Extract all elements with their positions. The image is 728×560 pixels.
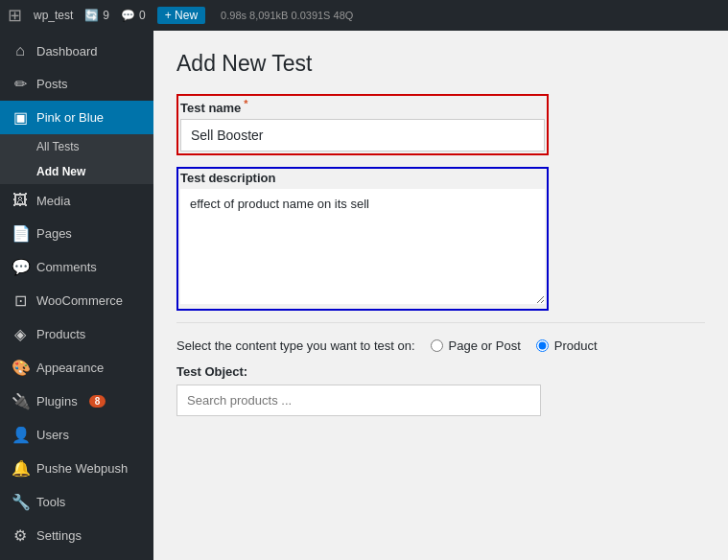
sidebar-item-add-new[interactable]: Add New (0, 159, 153, 184)
sidebar-label-media: Media (36, 194, 70, 208)
sidebar-label-posts: Posts (36, 77, 68, 91)
test-description-wrapper: Test description effect of product name … (176, 167, 549, 311)
sidebar-label-pages: Pages (36, 226, 72, 241)
page-title: Add New Test (176, 50, 705, 79)
sidebar-submenu: All Tests Add New (0, 134, 153, 184)
tools-icon: 🔧 (12, 493, 29, 511)
sidebar-label-users: Users (36, 428, 69, 442)
test-name-group: Test name * (176, 94, 705, 155)
plugins-icon: 🔌 (12, 392, 29, 410)
sidebar-item-dashboard[interactable]: ⌂ Dashboard (0, 35, 153, 67)
sidebar-item-products[interactable]: ◈ Products (0, 317, 153, 351)
sidebar-item-posts[interactable]: ✏ Posts (0, 67, 153, 101)
sidebar-item-plugins[interactable]: 🔌 Plugins 8 (0, 385, 153, 418)
sidebar-label-pink-or-blue: Pink or Blue (36, 110, 104, 125)
sidebar-label-appearance: Appearance (36, 361, 104, 375)
posts-icon: ✏ (12, 75, 29, 93)
sidebar-item-comments[interactable]: 💬 Comments (0, 250, 153, 284)
sidebar-label-settings: Settings (36, 528, 82, 543)
sidebar-label-woocommerce: WooCommerce (36, 293, 123, 308)
test-name-wrapper: Test name * (176, 94, 549, 155)
comments-link[interactable]: 💬 0 (121, 9, 146, 22)
settings-icon: ⚙ (12, 526, 29, 545)
pushe-icon: 🔔 (12, 459, 29, 478)
radio-page-or-post-label[interactable]: Page or Post (449, 338, 521, 353)
content-type-label: Select the content type you want to test… (176, 338, 415, 353)
dashboard-icon: ⌂ (12, 42, 29, 59)
sidebar-label-pushe-webpush: Pushe Webpush (36, 461, 128, 476)
sidebar-item-pages[interactable]: 📄 Pages (0, 217, 153, 250)
metrics-display: 0.98s 8,091kB 0.0391S 48Q (221, 10, 353, 21)
divider (176, 322, 705, 323)
admin-bar: ⊞ wp_test 🔄 9 💬 0 + New 0.98s 8,091kB 0.… (0, 0, 728, 31)
sidebar-item-all-tests[interactable]: All Tests (0, 134, 153, 159)
comments-icon: 💬 (12, 258, 29, 276)
sidebar-item-settings[interactable]: ⚙ Settings (0, 519, 153, 552)
plugins-badge: 8 (89, 395, 106, 408)
wp-logo-icon: ⊞ (8, 5, 22, 26)
radio-page-or-post-input[interactable] (431, 339, 443, 352)
sidebar-nav: ⌂ Dashboard ✏ Posts ▣ Pink or Blue All T… (0, 31, 153, 556)
sidebar-label-products: Products (36, 327, 85, 341)
sidebar-label-dashboard: Dashboard (36, 44, 98, 58)
sidebar-label-comments: Comments (36, 260, 97, 274)
sidebar-item-pushe-webpush[interactable]: 🔔 Pushe Webpush (0, 452, 153, 485)
sidebar-item-pink-or-blue[interactable]: ▣ Pink or Blue (0, 101, 153, 134)
sidebar-label-tools: Tools (36, 495, 65, 509)
updates-icon[interactable]: 🔄 9 (84, 9, 109, 22)
sidebar-item-tools[interactable]: 🔧 Tools (0, 485, 153, 519)
appearance-icon: 🎨 (12, 359, 29, 377)
site-name[interactable]: wp_test (34, 9, 73, 22)
woocommerce-icon: ⊡ (12, 292, 29, 310)
test-object-label: Test Object: (176, 364, 705, 379)
sidebar-label-plugins: Plugins (36, 394, 78, 408)
new-button[interactable]: + New (157, 7, 205, 24)
radio-product-input[interactable] (536, 339, 549, 352)
users-icon: 👤 (12, 426, 29, 444)
sidebar-item-appearance[interactable]: 🎨 Appearance (0, 351, 153, 385)
test-object-group: Test Object: (176, 364, 705, 416)
media-icon: 🖼 (12, 192, 29, 209)
content-type-row: Select the content type you want to test… (176, 338, 705, 353)
search-products-input[interactable] (176, 385, 541, 416)
test-name-label: Test name * (180, 98, 545, 115)
sidebar-item-users[interactable]: 👤 Users (0, 418, 153, 452)
plugin-icon: ▣ (12, 108, 29, 127)
pages-icon: 📄 (12, 224, 29, 243)
products-icon: ◈ (12, 325, 29, 343)
radio-page-or-post[interactable]: Page or Post (431, 338, 521, 353)
sidebar: ⌂ Dashboard ✏ Posts ▣ Pink or Blue All T… (0, 31, 153, 560)
test-name-input[interactable] (180, 119, 545, 152)
test-description-group: Test description effect of product name … (176, 167, 705, 311)
sidebar-item-woocommerce[interactable]: ⊡ WooCommerce (0, 284, 153, 317)
test-description-textarea[interactable]: effect of product name on its sell (180, 189, 545, 304)
radio-product-label[interactable]: Product (554, 338, 598, 353)
sidebar-item-media[interactable]: 🖼 Media (0, 184, 153, 217)
radio-product[interactable]: Product (536, 338, 598, 353)
test-description-label: Test description (180, 171, 545, 185)
main-content: Add New Test Test name * Test descriptio… (153, 31, 728, 560)
